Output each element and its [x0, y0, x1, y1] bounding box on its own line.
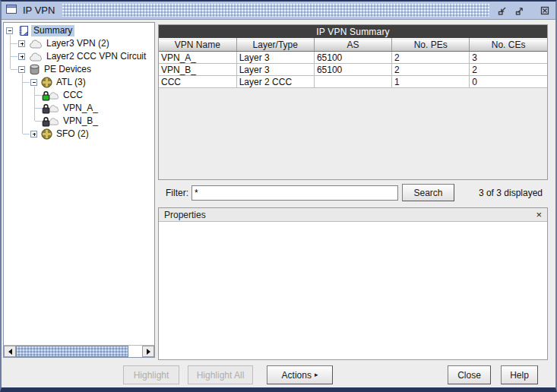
tree-item-label: PE Devices — [42, 64, 93, 75]
menu-arrow-icon: ▸ — [315, 371, 318, 378]
table-cell: 2 — [392, 52, 470, 64]
table-cell: Layer 2 CCC — [236, 76, 314, 88]
tree-item-label: VPN_B_ — [61, 115, 100, 127]
table-cell: 0 — [470, 76, 547, 88]
close-icon[interactable] — [538, 5, 552, 17]
button-label: Close — [457, 370, 481, 381]
button-label: Highlight — [134, 370, 169, 381]
tree-item-ccc[interactable]: CCC — [4, 89, 154, 102]
summary-table: VPN NameLayer/TypeASNo. PEsNo. CEs VPN_A… — [159, 38, 547, 88]
minimize-icon[interactable] — [495, 5, 509, 17]
lock-green-icon — [40, 90, 59, 101]
expand-icon[interactable] — [18, 53, 25, 60]
table-header-row: VPN NameLayer/TypeASNo. PEsNo. CEs — [159, 39, 547, 52]
scrollbar-thumb[interactable] — [16, 346, 128, 357]
table-cell: VPN_A_ — [159, 52, 236, 64]
titlebar-texture — [62, 4, 489, 17]
scroll-left-icon[interactable] — [4, 346, 16, 357]
table-cell: 2 — [470, 64, 547, 76]
table-cell: 1 — [392, 76, 470, 88]
table-cell — [314, 76, 391, 88]
tree-item-layer3-vpn-2[interactable]: Layer3 VPN (2) — [4, 37, 154, 50]
properties-title: Properties — [164, 210, 206, 220]
table-body: VPN_A_Layer 36510023VPN_B_Layer 36510022… — [159, 52, 547, 88]
window-title: IP VPN — [21, 5, 56, 16]
ip-vpn-window: IP VPN — [0, 0, 557, 392]
table-cell: Layer 3 — [236, 52, 314, 64]
filter-bar: Filter: Search 3 of 3 displayed — [158, 182, 548, 203]
filter-input[interactable] — [191, 185, 398, 201]
collapse-icon[interactable] — [30, 79, 37, 86]
column-header[interactable]: No. PEs — [392, 39, 470, 52]
collapse-icon[interactable] — [6, 27, 13, 34]
tree-item-label: Layer3 VPN (2) — [44, 38, 112, 49]
expand-icon[interactable] — [30, 131, 37, 138]
vpn-tree-panel: SummaryLayer3 VPN (2)Layer2 CCC VPN Circ… — [3, 22, 155, 358]
tree-item-atl-3[interactable]: ATL (3) — [4, 76, 154, 89]
lock-dark-icon — [40, 103, 59, 114]
search-button[interactable]: Search — [402, 184, 454, 201]
tree-horizontal-scrollbar[interactable] — [4, 345, 154, 357]
tree-item-label: CCC — [61, 90, 85, 101]
router-icon — [41, 128, 52, 140]
tree-item-pe-devices[interactable]: PE Devices — [4, 63, 154, 76]
button-label: Actions — [282, 370, 312, 381]
table-cell: 2 — [392, 64, 470, 76]
filter-status: 3 of 3 displayed — [479, 188, 548, 198]
cloud-icon — [29, 52, 43, 62]
tree-item-label: Layer2 CCC VPN Circuit — [44, 51, 148, 62]
scrollbar-track[interactable] — [16, 346, 142, 357]
summary-table-panel: IP VPN Summary VPN NameLayer/TypeASNo. P… — [158, 24, 548, 180]
tree-item-summary[interactable]: Summary — [4, 24, 154, 37]
tree-item-label: SFO (2) — [54, 128, 91, 140]
button-label: Help — [510, 370, 529, 381]
tree-item-label: VPN_A_ — [61, 103, 100, 114]
properties-header: Properties × — [159, 208, 547, 222]
highlight-all-button[interactable]: Highlight All — [188, 365, 253, 384]
cloud-icon — [29, 40, 43, 49]
tree-item-label: Summary — [31, 25, 74, 36]
close-button[interactable]: Close — [448, 365, 491, 384]
titlebar[interactable]: IP VPN — [2, 2, 555, 20]
maximize-icon[interactable] — [513, 5, 527, 17]
expand-icon[interactable] — [18, 40, 25, 47]
lock-dark-icon — [40, 116, 59, 127]
tree-item-vpn-a[interactable]: VPN_A_ — [4, 102, 154, 115]
tree-item-label: ATL (3) — [54, 77, 88, 88]
column-header[interactable]: No. CEs — [470, 39, 547, 52]
actions-button[interactable]: Actions▸ — [267, 365, 333, 384]
button-label: Highlight All — [197, 370, 245, 381]
summary-table-title: IP VPN Summary — [159, 25, 547, 38]
window-content: SummaryLayer3 VPN (2)Layer2 CCC VPN Circ… — [2, 20, 555, 387]
table-cell: 65100 — [314, 52, 391, 64]
table-row[interactable]: VPN_A_Layer 36510023 — [159, 52, 547, 64]
router-icon — [41, 77, 52, 88]
tree-item-layer2-ccc-vpn-circuit[interactable]: Layer2 CCC VPN Circuit — [4, 50, 154, 63]
column-header[interactable]: Layer/Type — [236, 39, 314, 52]
properties-close-icon[interactable]: × — [536, 210, 542, 220]
help-button[interactable]: Help — [501, 365, 538, 384]
properties-panel: Properties × — [158, 207, 548, 360]
tree-rows: SummaryLayer3 VPN (2)Layer2 CCC VPN Circ… — [4, 23, 154, 345]
table-cell: CCC — [159, 76, 236, 88]
window-icon — [5, 4, 17, 17]
highlight-button[interactable]: Highlight — [123, 365, 179, 384]
table-cell: Layer 3 — [236, 64, 314, 76]
tree-item-sfo-2[interactable]: SFO (2) — [4, 128, 154, 141]
scroll-right-icon[interactable] — [142, 346, 154, 357]
summary-icon — [17, 25, 30, 36]
table-cell: 65100 — [314, 64, 391, 76]
table-row[interactable]: VPN_B_Layer 36510022 — [159, 64, 547, 76]
column-header[interactable]: AS — [314, 39, 391, 52]
table-cell: 3 — [470, 52, 547, 64]
collapse-icon[interactable] — [18, 66, 25, 73]
filter-label: Filter: — [158, 188, 188, 198]
table-cell: VPN_B_ — [159, 64, 236, 76]
column-header[interactable]: VPN Name — [159, 39, 236, 52]
database-icon — [29, 64, 40, 75]
tree-item-vpn-b[interactable]: VPN_B_ — [4, 115, 154, 128]
table-row[interactable]: CCCLayer 2 CCC10 — [159, 76, 547, 88]
